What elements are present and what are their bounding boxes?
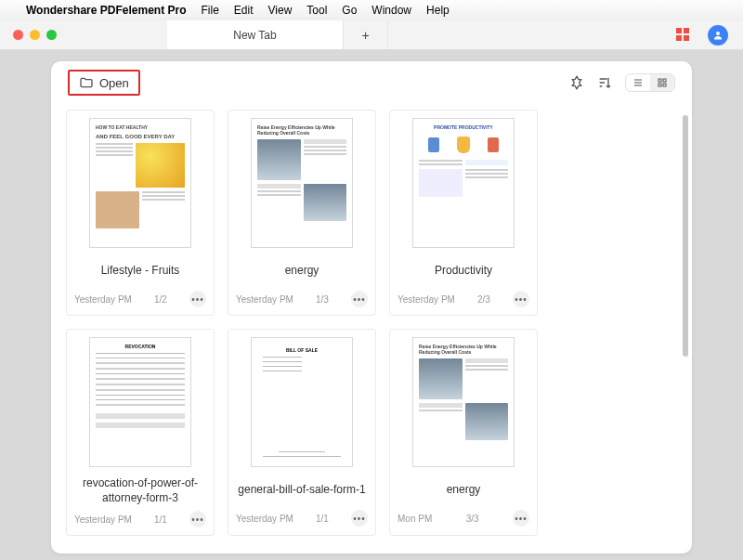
document-thumbnail: BILL OF SALE (251, 337, 353, 467)
document-pages: 1/1 (316, 514, 329, 524)
svg-rect-4 (663, 84, 666, 86)
menu-go[interactable]: Go (342, 4, 357, 17)
document-thumbnail: Raise Energy Efficiencies Up While Reduc… (412, 337, 515, 467)
document-pages: 1/3 (316, 294, 329, 305)
document-title: Lifestyle - Fruits (101, 257, 180, 285)
more-button[interactable]: ••• (189, 291, 206, 307)
account-avatar[interactable] (708, 25, 728, 46)
document-card[interactable]: BILL OF SALE general-bill-of-sale-form-1… (228, 329, 376, 536)
document-title: general-bill-of-sale-form-1 (238, 476, 365, 504)
scrollbar[interactable] (683, 115, 688, 487)
document-date: Yesterday PM (74, 514, 132, 525)
titlebar: New Tab + (0, 20, 743, 50)
document-date: Yesterday PM (236, 514, 293, 524)
document-grid: HOW TO EAT HEALTHY AND FEEL GOOD EVERY D… (51, 104, 692, 541)
menu-tool[interactable]: Tool (306, 4, 327, 17)
document-card[interactable]: Raise Energy Efficiencies Up While Reduc… (389, 329, 538, 536)
app-name[interactable]: Wondershare PDFelement Pro (26, 4, 187, 17)
new-tab-button[interactable]: + (344, 20, 388, 49)
zoom-window-button[interactable] (46, 30, 57, 40)
tab-new[interactable]: New Tab (167, 20, 344, 49)
grid-icon (657, 77, 668, 88)
document-title: energy (447, 476, 481, 504)
close-window-button[interactable] (13, 30, 23, 40)
header-toolbar (569, 73, 675, 92)
user-icon (712, 30, 723, 41)
document-date: Yesterday PM (236, 294, 293, 305)
svg-rect-1 (658, 79, 661, 82)
minimize-window-button[interactable] (30, 30, 40, 40)
document-date: Mon PM (398, 514, 432, 524)
more-button[interactable]: ••• (513, 510, 529, 527)
tab-strip: New Tab + (167, 20, 743, 49)
titlebar-spacer (388, 20, 676, 49)
menu-file[interactable]: File (202, 4, 219, 17)
menu-view[interactable]: View (268, 4, 293, 17)
document-date: Yesterday PM (398, 294, 455, 305)
list-icon (632, 77, 644, 88)
document-card[interactable]: PROMOTE PRODUCTIVITY Productivity Yester… (389, 110, 538, 316)
svg-point-0 (716, 32, 720, 35)
plus-icon: + (361, 28, 369, 43)
list-view-button[interactable] (626, 74, 650, 91)
tab-label: New Tab (233, 29, 276, 42)
panel-header: Open (51, 61, 692, 104)
more-button[interactable]: ••• (513, 291, 529, 307)
document-pages: 1/1 (154, 514, 167, 525)
sort-icon[interactable] (597, 75, 612, 90)
document-thumbnail: Raise Energy Efficiencies Up While Reduc… (251, 118, 353, 248)
svg-rect-2 (663, 79, 666, 82)
document-card[interactable]: REVOCATION revocation-of-power-of-attorn… (66, 329, 215, 536)
open-button[interactable]: Open (68, 70, 140, 96)
document-thumbnail: PROMOTE PRODUCTIVITY (412, 118, 515, 248)
view-toggle (625, 73, 675, 92)
document-pages: 1/2 (154, 294, 167, 305)
pin-icon[interactable] (569, 75, 584, 90)
grid-view-button[interactable] (650, 74, 674, 91)
menu-window[interactable]: Window (372, 4, 411, 17)
document-title: revocation-of-power-of-attorney-form-3 (74, 476, 206, 505)
document-card[interactable]: HOW TO EAT HEALTHY AND FEEL GOOD EVERY D… (66, 110, 215, 316)
document-card[interactable]: Raise Energy Efficiencies Up While Reduc… (228, 110, 376, 316)
open-label: Open (99, 76, 129, 90)
document-title: Productivity (435, 257, 492, 285)
macos-menubar: Wondershare PDFelement Pro File Edit Vie… (0, 0, 743, 20)
document-thumbnail: REVOCATION (89, 337, 191, 467)
document-grid-scroll: HOW TO EAT HEALTHY AND FEEL GOOD EVERY D… (51, 104, 692, 553)
menu-edit[interactable]: Edit (234, 4, 254, 17)
more-button[interactable]: ••• (351, 510, 368, 527)
document-pages: 3/3 (466, 514, 479, 524)
start-panel: Open H (51, 61, 692, 553)
traffic-lights (0, 30, 167, 40)
titlebar-right (676, 20, 743, 49)
document-pages: 2/3 (477, 294, 490, 305)
apps-icon[interactable] (676, 28, 695, 43)
more-button[interactable]: ••• (351, 291, 368, 307)
svg-rect-3 (658, 84, 661, 86)
document-thumbnail: HOW TO EAT HEALTHY AND FEEL GOOD EVERY D… (89, 118, 191, 248)
folder-icon (79, 75, 94, 90)
workspace: Open H (0, 50, 743, 560)
document-title: energy (285, 257, 319, 285)
menu-help[interactable]: Help (426, 4, 450, 17)
scrollbar-thumb[interactable] (683, 115, 688, 357)
document-date: Yesterday PM (74, 294, 132, 305)
more-button[interactable]: ••• (189, 511, 206, 527)
